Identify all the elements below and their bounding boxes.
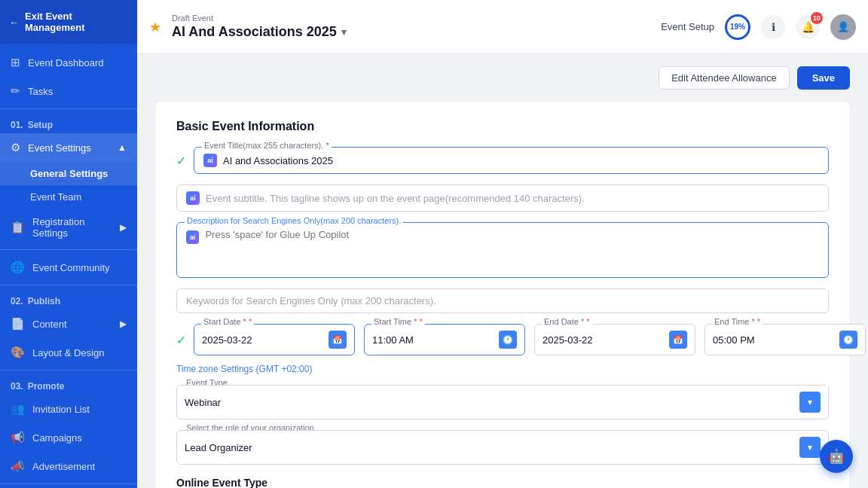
action-bar: Edit Attendee Allowance Save — [155, 66, 850, 90]
campaigns-icon: 📢 — [11, 431, 25, 444]
registration-icon: 📋 — [11, 221, 25, 234]
sidebar-subitem-event-team[interactable]: Event Team — [0, 185, 137, 209]
end-date-input-wrap: 📅 — [534, 324, 695, 355]
start-date-field: Start Date * 📅 — [194, 324, 355, 355]
sidebar-item-label: Tasks — [28, 86, 53, 97]
sidebar-item-registration-settings[interactable]: 📋 Registration Settings ▶ — [0, 209, 137, 246]
subtitle-input-wrapper: ai — [176, 185, 829, 212]
event-type-value: Webinar — [185, 397, 799, 408]
topbar: ★ Draft Event AI And Associations 2025 ▾… — [137, 0, 868, 54]
sidebar-item-event-dashboard[interactable]: ⊞ Event Dashboard — [0, 48, 137, 77]
group-number: 03. — [11, 381, 23, 392]
sidebar-item-event-settings[interactable]: ⚙ Event Settings ▲ — [0, 133, 137, 162]
group-label: Setup — [28, 120, 53, 130]
sidebar-item-label: Event Settings — [28, 142, 91, 154]
user-avatar[interactable]: 👤 — [830, 14, 856, 40]
org-role-dropdown-button[interactable]: ▾ — [799, 437, 821, 458]
subtitle-field-group: ai — [176, 185, 829, 212]
main-area: ★ Draft Event AI And Associations 2025 ▾… — [137, 0, 868, 488]
datetime-checkmark-icon: ✓ — [176, 333, 186, 347]
ai-description-icon: ai — [186, 230, 199, 244]
sidebar-item-advertisement[interactable]: 📣 Advertisement — [0, 452, 137, 480]
draft-label: Draft Event — [172, 14, 347, 23]
event-setup-label: Event Setup — [661, 21, 714, 32]
ai-chat-button[interactable]: 🤖 — [820, 440, 853, 473]
dashboard-icon: ⊞ — [11, 56, 20, 69]
save-button[interactable]: Save — [797, 66, 850, 90]
sidebar-divider — [0, 370, 137, 371]
favorite-star-icon[interactable]: ★ — [149, 19, 161, 35]
event-title-field-label: Event Title(max 255 characters). * — [202, 141, 332, 150]
description-textarea[interactable] — [205, 229, 819, 271]
sidebar-item-layout-design[interactable]: 🎨 Layout & Design — [0, 338, 137, 367]
sidebar-item-campaigns[interactable]: 📢 Campaigns — [0, 423, 137, 452]
start-time-input-wrap: 🕐 — [364, 324, 525, 355]
timezone-settings-link[interactable]: Time zone Settings (GMT +02:00) — [176, 364, 312, 374]
keywords-input[interactable] — [186, 295, 819, 307]
content-icon: 📄 — [11, 317, 25, 331]
sidebar-item-label: Content — [32, 319, 67, 330]
ai-chat-icon: 🤖 — [828, 448, 845, 465]
layout-icon: 🎨 — [11, 346, 25, 359]
group-label: Promote — [28, 381, 65, 392]
sub-item-label: General Settings — [30, 168, 108, 179]
form-card: Basic Event Information ✓ Event Title(ma… — [155, 102, 850, 488]
ai-subtitle-icon: ai — [186, 191, 200, 205]
start-time-clock-icon[interactable]: 🕐 — [499, 331, 517, 349]
sidebar-item-label: Event Community — [32, 262, 110, 273]
start-date-input[interactable] — [202, 334, 329, 346]
progress-value: 19% — [730, 23, 745, 31]
ai-copilot-icon: ai — [203, 154, 217, 167]
exit-chevron-icon: ← — [9, 17, 19, 28]
event-type-select-group: Event Type Webinar ▾ — [176, 385, 829, 419]
sidebar-divider — [0, 285, 137, 285]
sidebar-divider — [0, 108, 137, 109]
group-number: 02. — [11, 296, 23, 307]
form-section-title: Basic Event Information — [176, 120, 829, 133]
topbar-right: Event Setup 19% ℹ 🔔 10 👤 — [661, 14, 856, 40]
sidebar-subitem-general-settings[interactable]: General Settings — [0, 162, 137, 185]
sidebar-item-tasks[interactable]: ✏ Tasks — [0, 77, 137, 105]
sidebar-item-invitation-list[interactable]: 👥 Invitation List — [0, 395, 137, 423]
event-name-chevron-icon[interactable]: ▾ — [341, 26, 347, 38]
start-date-calendar-icon[interactable]: 📅 — [329, 331, 347, 349]
event-title-block: Draft Event AI And Associations 2025 ▾ — [172, 14, 347, 40]
sub-item-label: Event Team — [30, 191, 81, 203]
sidebar-item-label: Advertisement — [32, 461, 95, 472]
tasks-icon: ✏ — [11, 84, 20, 98]
event-type-dropdown-button[interactable]: ▾ — [799, 392, 821, 413]
event-title-input-wrapper: Event Title(max 255 characters). * ai — [194, 147, 829, 174]
end-date-input[interactable] — [542, 334, 669, 346]
sidebar-group-setup: 01. Setup — [0, 112, 137, 133]
org-role-value: Lead Organizer — [185, 442, 799, 453]
exit-event-management-button[interactable]: ← Exit Event Management — [0, 0, 137, 44]
keywords-input-wrapper — [176, 288, 829, 313]
sidebar-item-event-community[interactable]: 🌐 Event Community — [0, 253, 137, 282]
info-button[interactable]: ℹ — [761, 15, 785, 39]
start-time-label: Start Time * — [371, 317, 425, 326]
end-date-field: End Date * 📅 — [534, 324, 695, 355]
event-title-input[interactable] — [223, 155, 819, 166]
start-time-input[interactable] — [372, 334, 499, 346]
advertisement-icon: 📣 — [11, 459, 25, 473]
info-icon: ℹ — [772, 21, 775, 33]
sidebar-divider — [0, 249, 137, 250]
end-time-field: End Time * 🕐 — [704, 324, 866, 355]
org-role-select-group: Select the role of your organization Lea… — [176, 430, 829, 465]
subtitle-input[interactable] — [206, 193, 819, 204]
online-event-type-title: Online Event Type — [176, 477, 829, 488]
sidebar-group-publish: 02. Publish — [0, 288, 137, 310]
end-time-clock-icon[interactable]: 🕐 — [839, 331, 857, 349]
notification-badge: 10 — [811, 12, 823, 24]
end-time-input[interactable] — [713, 334, 839, 346]
sidebar-item-content[interactable]: 📄 Content ▶ — [0, 310, 137, 338]
topbar-event-name: AI And Associations 2025 ▾ — [172, 24, 347, 40]
edit-attendee-allowance-button[interactable]: Edit Attendee Allowance — [659, 66, 790, 90]
end-date-calendar-icon[interactable]: 📅 — [669, 331, 687, 349]
end-time-input-wrap: 🕐 — [704, 324, 866, 355]
end-time-label: End Time * — [712, 317, 763, 326]
community-icon: 🌐 — [11, 261, 25, 274]
notifications-button[interactable]: 🔔 10 — [796, 15, 820, 39]
sidebar-divider — [0, 483, 137, 484]
event-type-select-wrapper: Webinar ▾ — [176, 385, 829, 419]
